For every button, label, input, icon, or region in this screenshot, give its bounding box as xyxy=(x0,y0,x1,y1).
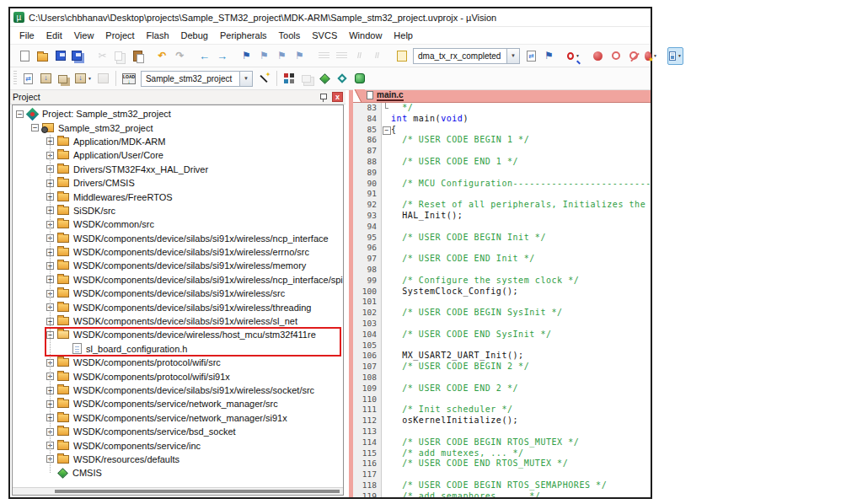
menu-peripherals[interactable]: Peripherals xyxy=(214,29,273,42)
tree-item[interactable]: +WSDK/components/device/silabs/si91x/wir… xyxy=(13,287,343,300)
batch-build-button[interactable]: ▼ xyxy=(73,70,94,88)
rebuild-button[interactable] xyxy=(56,70,72,88)
tree-item[interactable]: +WSDK/components/device/silabs/si91x/wir… xyxy=(13,300,343,314)
translate-file-button[interactable] xyxy=(20,70,36,88)
tree-item[interactable]: CMSIS xyxy=(13,466,343,480)
tree-item[interactable]: +WSDK/resources/defaults xyxy=(13,453,343,466)
paste-button[interactable] xyxy=(130,47,146,65)
breakpoint-toggle-button[interactable] xyxy=(590,47,606,65)
tree-item[interactable]: +WSDK/common/src xyxy=(13,217,343,231)
menu-help[interactable]: Help xyxy=(388,29,419,42)
code-area[interactable]: 83 */84int main(void)85{86 /* USER CODE … xyxy=(353,103,651,497)
menu-flash[interactable]: Flash xyxy=(141,29,175,42)
pin-icon[interactable] xyxy=(319,93,327,102)
horizontal-scrollbar[interactable] xyxy=(13,487,343,495)
tree-item[interactable]: +WSDK/components/service/network_manager… xyxy=(13,411,343,425)
download-button[interactable]: LOAD xyxy=(121,70,137,88)
stop-build-icon xyxy=(98,73,109,83)
bookmark-prev-button[interactable]: ⚑ xyxy=(274,47,290,65)
search-button[interactable]: ▼ xyxy=(565,47,581,65)
menu-view[interactable]: View xyxy=(68,29,100,42)
menu-debug[interactable]: Debug xyxy=(175,29,214,42)
copy-button[interactable] xyxy=(112,47,128,65)
tree-item[interactable]: +WSDK/components/device/silabs/si91x/wir… xyxy=(13,245,343,259)
tree-item-label: WSDK/components/device/silabs/si91x/wire… xyxy=(73,316,297,326)
find-config-button[interactable] xyxy=(394,47,410,65)
open-file-button[interactable] xyxy=(35,47,51,65)
breakpoint-kill-all-button[interactable]: ▼ xyxy=(643,47,659,65)
target-combo[interactable]: Sample_stm32_project▼ xyxy=(141,71,253,87)
tree-item[interactable]: +Application/User/Core xyxy=(13,148,343,162)
tree-item[interactable]: −Project: Sample_stm32_project xyxy=(13,107,343,121)
menu-svcs[interactable]: SVCS xyxy=(306,29,343,42)
tree-item[interactable]: +WSDK/components/service/bsd_socket xyxy=(13,425,343,438)
stop-build-button[interactable] xyxy=(95,70,111,88)
folder-icon xyxy=(57,455,69,464)
menu-project[interactable]: Project xyxy=(99,29,140,42)
save-all-button[interactable] xyxy=(70,47,86,65)
bookmark-toggle-button[interactable]: ⚑ xyxy=(238,47,254,65)
find-in-files-button[interactable] xyxy=(523,47,539,65)
pack-installer-button[interactable] xyxy=(352,70,368,88)
uncomment-button[interactable]: // xyxy=(369,47,385,65)
tree-item[interactable]: +WSDK/components/device/silabs/si91x/wir… xyxy=(13,383,343,397)
tree-item[interactable]: sl_board_configuration.h xyxy=(13,342,343,356)
tree-item[interactable]: −Sample_stm32_project xyxy=(13,121,343,134)
navigate-back-button[interactable]: ← xyxy=(196,47,212,65)
tree-item[interactable]: +Application/MDK-ARM xyxy=(13,135,343,148)
tree-item[interactable]: +WSDK/components/service/network_manager… xyxy=(13,397,343,410)
cut-button[interactable]: ✂ xyxy=(94,47,110,65)
new-file-button[interactable] xyxy=(17,47,33,65)
find-combo-dropdown-icon[interactable]: ▼ xyxy=(507,48,520,64)
tree-item[interactable]: +WSDK/components/device/silabs/si91x/wir… xyxy=(13,314,343,328)
tree-item[interactable]: +WSDK/components/service/inc xyxy=(13,438,343,452)
tree-item[interactable]: +Drivers/STM32F4xx_HAL_Driver xyxy=(13,163,343,176)
tree-item[interactable]: +Drivers/CMSIS xyxy=(13,176,343,190)
project-tree[interactable]: −Project: Sample_stm32_project−Sample_st… xyxy=(13,105,343,487)
bookmark-next-button[interactable]: ⚑ xyxy=(256,47,272,65)
indent-button[interactable] xyxy=(316,47,332,65)
tree-item-label: WSDK/components/device/silabs/si91x/wire… xyxy=(73,385,314,395)
window-layout-button[interactable]: ▼ xyxy=(667,47,683,65)
breakpoint-enable-button[interactable] xyxy=(608,47,624,65)
menu-file[interactable]: File xyxy=(13,29,40,42)
horizontal-scrollbar-thumb[interactable] xyxy=(55,490,340,493)
target-combo-dropdown-icon[interactable]: ▼ xyxy=(240,71,253,87)
save-button[interactable] xyxy=(52,47,68,65)
comment-button[interactable]: // xyxy=(351,47,367,65)
manage-project-items-button[interactable] xyxy=(281,70,297,88)
code-text: /* USER CODE BEGIN RTOS_SEMAPHORES */ xyxy=(391,480,607,491)
tree-item[interactable]: +WSDK/components/protocol/wifi/src xyxy=(13,356,343,369)
tree-item[interactable]: +WSDK/components/device/silabs/si91x/wir… xyxy=(13,259,343,272)
tree-expander-icon[interactable]: − xyxy=(31,124,39,131)
manage-rte-button[interactable] xyxy=(317,70,333,88)
tree-item[interactable]: +SiSDK/src xyxy=(13,204,343,217)
tree-item[interactable]: +WSDK/components/protocol/wifi/si91x xyxy=(13,369,343,383)
tab-main-c[interactable]: main.c xyxy=(365,89,409,102)
tree-item[interactable]: +Middlewares/FreeRTOS xyxy=(13,190,343,203)
menu-window[interactable]: Window xyxy=(343,29,388,42)
tree-item-label: WSDK/components/service/network_manager/… xyxy=(73,413,287,423)
incremental-find-button[interactable]: ⚑ xyxy=(541,47,557,65)
build-button[interactable] xyxy=(38,70,54,88)
tree-item[interactable]: −WSDK/components/device/wireless/host_mc… xyxy=(13,328,343,341)
breakpoint-disable-all-button[interactable] xyxy=(625,47,641,65)
close-panel-button[interactable]: x xyxy=(332,92,343,102)
fold-open-icon[interactable] xyxy=(382,125,391,136)
tree-expander-icon[interactable]: − xyxy=(16,110,24,118)
unindent-button[interactable] xyxy=(334,47,350,65)
tree-item[interactable]: +WSDK/components/device/silabs/si91x/wir… xyxy=(13,273,343,287)
find-combo[interactable]: dma_tx_rx_completed▼ xyxy=(413,48,520,64)
multi-project-button[interactable] xyxy=(299,70,315,88)
menu-tools[interactable]: Tools xyxy=(273,29,307,42)
redo-button[interactable]: ↷ xyxy=(172,47,188,65)
options-for-target-button[interactable] xyxy=(256,70,272,88)
undo-button[interactable]: ↶ xyxy=(154,47,170,65)
bookmark-clear-button[interactable]: ⚑ xyxy=(292,47,308,65)
tree-item[interactable]: +WSDK/components/device/silabs/si91x/wir… xyxy=(13,232,343,245)
menu-edit[interactable]: Edit xyxy=(40,29,68,42)
navigate-back-icon: ← xyxy=(198,50,211,62)
code-line: 111 /* Init scheduler */ xyxy=(353,405,651,416)
navigate-forward-button[interactable]: → xyxy=(214,47,230,65)
select-software-packs-button[interactable] xyxy=(335,70,351,88)
